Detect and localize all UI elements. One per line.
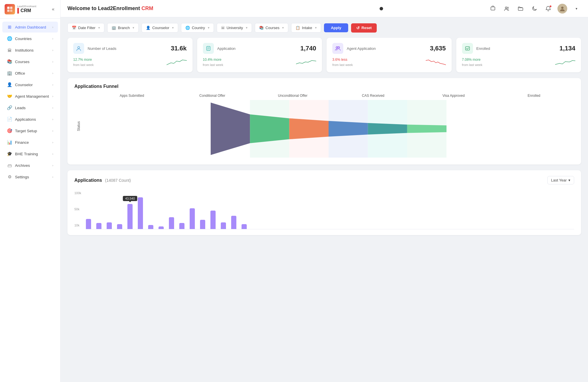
moon-icon[interactable] [530,4,539,13]
application-stat-icon [203,43,214,54]
sidebar-item-finance[interactable]: 📊 Finance › [2,137,58,148]
svg-rect-1 [10,7,12,9]
sidebar-item-label: Counselor [15,83,49,87]
university-icon: 🏛 [221,26,225,30]
funnel-title: Applications Funnel [74,84,574,89]
intake-icon: 📋 [295,26,300,30]
sidebar-item-office[interactable]: 🏢 Office › [2,68,58,79]
sidebar-item-bhe-training[interactable]: 🎓 BHE Training › [2,148,58,159]
date-filter-button[interactable]: 📅 Date Filter ▾ [67,23,104,33]
svg-point-5 [505,7,507,9]
app-header: Welcome to Lead2Enrollment CRM [61,0,588,17]
country-filter-label: Country [192,26,205,30]
country-filter-button[interactable]: 🌐 Country ▾ [181,23,214,33]
chevron-right-icon: › [52,175,53,179]
chevron-right-icon: › [52,94,53,98]
svg-marker-20 [250,114,289,143]
chevron-down-icon: ▾ [246,26,248,30]
funnel-chart: Apps Submitted Conditional Offer Uncondi… [83,94,574,159]
agent-stat-label: Agent Application [347,46,426,51]
funnel-col-0: Apps Submitted [92,94,172,98]
apply-button[interactable]: Apply [324,23,348,32]
logo-icon [5,4,15,14]
notifications-icon[interactable] [488,4,497,13]
sidebar-item-counselor[interactable]: 👤 Counselor › [2,79,58,90]
funnel-column-labels: Apps Submitted Conditional Offer Uncondi… [83,94,574,98]
branch-filter-button[interactable]: 🏢 Branch ▾ [107,23,139,33]
target-setup-icon: 🎯 [7,128,12,133]
sidebar-item-countries[interactable]: 🌐 Countries › [2,33,58,44]
stat-card-application: Application 1,740 10.4% more from last w… [197,38,322,72]
bar-column: 43,540 [127,204,133,229]
bar-column [200,220,205,229]
sidebar-collapse-button[interactable]: « [51,5,56,13]
enrolled-trend-chart [555,58,575,66]
dropdown-arrow-icon[interactable]: ▾ [572,4,581,13]
funnel-y-label: Status [74,94,83,159]
chevron-down-icon: ▾ [282,26,284,30]
funnel-col-4: Visa Approved [413,94,494,98]
country-icon: 🌐 [185,26,190,30]
leads-stat-value: 31.6k [171,45,186,52]
bar [200,220,205,229]
bar [86,219,91,229]
countries-icon: 🌐 [7,36,12,41]
bar-column [107,222,112,229]
chevron-right-icon: › [52,118,53,121]
enrolled-stat-change: 7.08% more [462,58,481,62]
counselor-filter-button[interactable]: 👤 Counselor ▾ [142,23,178,33]
header-center-dot [380,7,383,10]
counselor-filter-label: Counselor [152,26,169,30]
application-stat-label: Application [217,46,297,51]
sidebar-item-applications[interactable]: 📄 Applications › [2,114,58,125]
sidebar-item-courses[interactable]: 📚 Courses › [2,56,58,67]
agent-stat-icon [332,43,343,54]
sidebar-item-agent-management[interactable]: 🤝 Agent Management › [2,91,58,102]
sidebar-item-archives[interactable]: 🗃 Archives › [2,160,58,171]
main-content: Welcome to Lead2Enrollment CRM [61,0,588,382]
sidebar-item-admin-dashboard[interactable]: ⊞ Admin Dashboard › [2,22,58,33]
intake-filter-button[interactable]: 📋 Intake ▾ [291,23,321,33]
y-tick-50k: 50k [74,207,81,211]
sidebar-item-label: Leads [15,106,49,110]
sidebar-item-target-setup[interactable]: 🎯 Target Setup › [2,125,58,136]
reset-button[interactable]: ↺ Reset [351,23,377,33]
university-filter-button[interactable]: 🏛 University ▾ [217,23,252,33]
chevron-right-icon: › [52,83,53,86]
bar [107,222,112,229]
users-icon[interactable] [502,4,511,13]
header-title-highlight: CRM [142,5,153,11]
bar-column [231,216,236,229]
bar-column [148,225,153,229]
svg-rect-3 [10,10,12,12]
sidebar-item-settings[interactable]: ⚙ Settings › [2,171,58,182]
branch-icon: 🏢 [112,26,116,30]
bar-column [86,219,91,229]
bell-icon[interactable] [544,4,553,13]
logo-area: Lead2Enrolment ▌CRM « [0,0,60,19]
enrolled-stat-value: 1,134 [559,45,575,52]
applications-chart-section: Applications (14087 Count) Last Year ▾ 1… [67,170,581,235]
courses-filter-button[interactable]: 📚 Courses ▾ [255,23,288,33]
sidebar-item-label: Target Setup [15,129,49,133]
chevron-right-icon: › [52,152,53,156]
funnel-col-2: Unconditional Offer [252,94,333,98]
bar [159,226,164,229]
branch-filter-label: Branch [118,26,130,30]
chevron-down-icon: ▾ [98,26,100,30]
sidebar-item-institutions[interactable]: 🏛 Institutions › [2,45,58,56]
bars-area: 43,540 [86,189,574,229]
year-filter-button[interactable]: Last Year ▾ [547,176,574,184]
folder-icon[interactable] [516,4,525,13]
bar-column [117,224,122,229]
user-avatar[interactable] [557,4,567,14]
sidebar: Lead2Enrolment ▌CRM « ⊞ Admin Dashboard … [0,0,61,382]
stat-card-agent: Agent Application 3,635 3.6% less from l… [327,38,452,72]
leads-stat-change: 12.7% more [73,58,92,62]
chevron-right-icon: › [52,71,53,75]
chevron-down-icon: ▾ [172,26,174,30]
sidebar-item-leads[interactable]: 🔗 Leads › [2,102,58,113]
svg-rect-0 [7,7,10,9]
stat-card-leads: Number of Leads 31.6k 12.7% more from la… [67,38,193,72]
chevron-right-icon: › [52,37,53,40]
